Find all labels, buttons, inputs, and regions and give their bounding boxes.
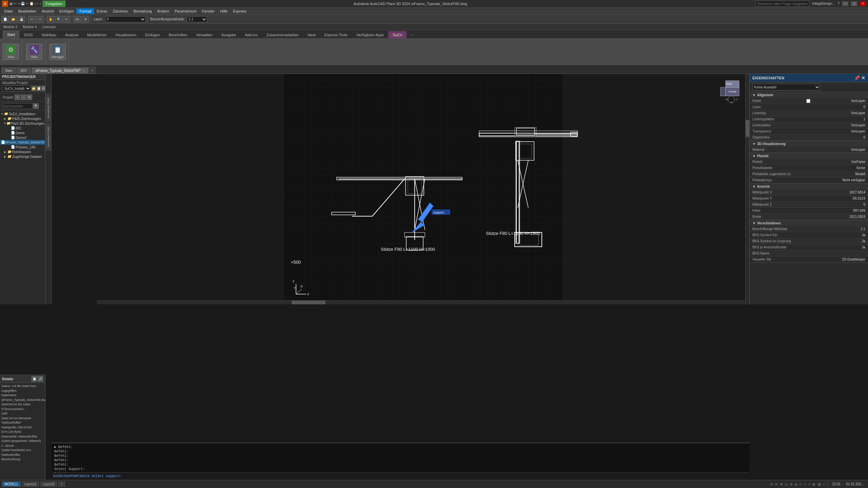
tree-item-pid[interactable]: ▶ 📁 P&ID-Zeichnungen [0, 116, 45, 121]
draw-tab-main[interactable]: siFramo_Typicals_StützeF80* ✕ [32, 67, 88, 74]
rtab-start[interactable]: Start [3, 31, 19, 38]
tb-layer-select[interactable]: 0 [105, 16, 146, 22]
tb-open[interactable]: 📂 [9, 16, 17, 23]
rtab-beschriften[interactable]: Beschriften [164, 31, 192, 38]
status-icon-osnap[interactable]: ⊕ [790, 483, 793, 486]
tb-scale-select[interactable]: 1:1 [187, 16, 207, 22]
status-icon-selection[interactable]: ▦ [818, 483, 821, 486]
pm-search-btn[interactable]: 🔍 [33, 103, 39, 109]
menu-bemasssung[interactable]: Bemaßung [131, 8, 155, 14]
menu-fenster[interactable]: Fenster [199, 8, 217, 14]
menu-hilfe[interactable]: Hilfe [217, 8, 230, 14]
tree-item-zugehoerig[interactable]: ▶ 📁 Zugehörige Dateien [0, 154, 45, 159]
tb-3d[interactable]: 3D [74, 16, 81, 23]
pm-settings-btn[interactable]: ⚙ [42, 86, 45, 91]
tb-redo[interactable]: ↪ [36, 16, 44, 23]
status-icon-polar[interactable]: ◎ [785, 483, 788, 486]
rtab-vault[interactable]: Vault [303, 31, 320, 38]
vscroll-track[interactable] [745, 74, 749, 304]
props-section-ansicht-header[interactable]: ▼ Ansicht [750, 184, 868, 189]
rtab-analyse[interactable]: Analyse [61, 31, 83, 38]
vscroll-thumb[interactable] [746, 120, 749, 137]
menu-extras[interactable]: Extras [94, 8, 110, 14]
pm-copy-btn[interactable]: 📋 [37, 86, 41, 91]
tb-undo[interactable]: ↩ [28, 16, 36, 23]
menu-bearbeiten[interactable]: Bearbeiten [16, 8, 39, 14]
tree-item-001[interactable]: 📄 001 [0, 126, 45, 130]
rtab-sucri[interactable]: SuCri [388, 31, 407, 38]
rtab-express[interactable]: Express Tools [320, 31, 352, 38]
props-section-plotstil-header[interactable]: ▼ Plotstil [750, 153, 868, 159]
pm-project-select[interactable]: SuCri_Installation [2, 85, 31, 92]
status-icon-ortho[interactable]: ⊠ [780, 483, 783, 486]
tb-new[interactable]: 📄 [1, 16, 9, 23]
status-icon-grid[interactable]: ⊞ [770, 483, 773, 486]
status-model-btn[interactable]: MODELL [2, 482, 21, 487]
status-add-layout-btn[interactable]: + [58, 482, 65, 487]
tree-item-root[interactable]: ▼ 📁 SuCri_Installation [0, 111, 45, 116]
tree-item-demo[interactable]: 📄 Demo [0, 130, 45, 135]
tree-item-siframo[interactable]: 📄 siFramo_Typicals_StützeF80 [0, 140, 45, 145]
tab-add-btn[interactable]: + [89, 67, 96, 74]
tree-item-rohrklassen[interactable]: ▶ 📁 Rohrklassen [0, 149, 45, 154]
tree-item-plant[interactable]: ▼ 📁 Plant 3D-Zeichnungen [0, 121, 45, 126]
pm-collapse-btn[interactable]: − [21, 95, 26, 100]
rtab-apps[interactable]: Verfügbare Apps [352, 31, 388, 38]
menu-datei[interactable]: Datei [1, 8, 16, 14]
maximize-btn[interactable]: □ [851, 1, 857, 6]
details-btn1[interactable]: 📋 [32, 376, 37, 382]
status-layout2-btn[interactable]: Layout2 [40, 482, 57, 487]
tb-zoom[interactable]: 🔍 [55, 16, 62, 23]
tab-close-btn[interactable]: ✕ [82, 69, 85, 73]
props-section-verschiedenes-header[interactable]: ▼ Verschiedenes [750, 220, 868, 226]
status-layout1-btn[interactable]: Layout1 [22, 482, 39, 487]
status-icon-otrack[interactable]: ∞ [800, 483, 802, 486]
freigeben-btn[interactable]: Freigeben [43, 1, 66, 7]
rtab-verwalten[interactable]: Verwalten [192, 31, 217, 38]
menu-aendern[interactable]: Ändern [155, 8, 172, 14]
draw-tab-start[interactable]: Start [1, 67, 16, 74]
ribbon-btn-sikla[interactable]: ⚙ Sikla [3, 44, 19, 60]
rtab-ausgabe[interactable]: Ausgabe [217, 31, 240, 38]
menu-einfuegen[interactable]: Einfügen [57, 8, 77, 14]
command-input-field[interactable] [122, 474, 748, 479]
pm-refresh-btn[interactable]: ↻ [27, 95, 32, 100]
menu-parametrisch[interactable]: Parametrisch [172, 8, 199, 14]
status-icon-snap[interactable]: ⊟ [775, 483, 778, 486]
rtab-addins[interactable]: Add-ins [240, 31, 262, 38]
ribbon-btn-manager[interactable]: 📋 Manager [50, 44, 66, 60]
rtab-zusammenarbeiten[interactable]: Zusammenarbeiten [262, 31, 303, 38]
draw-tab-001[interactable]: 001* [17, 67, 31, 74]
menu-ansicht[interactable]: Ansicht [39, 8, 57, 14]
pm-expand-btn[interactable]: + [15, 95, 20, 100]
tree-item-demo2[interactable]: 📄 Demo2 [0, 135, 45, 140]
props-close-btn[interactable]: ✕ [861, 75, 865, 81]
vert-tab-normatisch[interactable]: Normatisch DWG [46, 123, 51, 150]
rtab-modellieren[interactable]: Modellieren [83, 31, 111, 38]
pm-folder-btn[interactable]: 📁 [32, 86, 36, 91]
vert-tab-isometrisch[interactable]: Isometrisch DWG [46, 94, 51, 122]
global-search[interactable] [755, 1, 809, 7]
status-icon-3dosnap[interactable]: ◈ [795, 483, 797, 486]
ribbon-btn-sikla2[interactable]: 🔧 Sikla [26, 44, 42, 60]
licences[interactable]: Licences [41, 25, 57, 29]
tb-zoom-prev[interactable]: ⇤ [63, 16, 71, 23]
details-btn2[interactable]: 🔗 [38, 376, 43, 382]
module2[interactable]: Module 2 [2, 25, 19, 29]
pm-search-input[interactable] [2, 103, 33, 109]
tb-save[interactable]: 💾 [18, 16, 25, 23]
module4[interactable]: Module 4 [21, 25, 38, 29]
status-icon-dynin[interactable]: ↗ [804, 483, 807, 486]
rtab-stahlbau[interactable]: Stahlbau [37, 31, 61, 38]
props-section-3d-header[interactable]: ▼ 3D-Visualisierung [750, 141, 868, 147]
hscroll-track[interactable] [97, 300, 745, 304]
minimize-btn[interactable]: ─ [842, 1, 848, 6]
rtab-visualisieren[interactable]: Visualisieren [111, 31, 141, 38]
help-icon[interactable]: ? [837, 2, 840, 5]
menu-format[interactable]: Format [77, 8, 94, 14]
tree-item-pictures[interactable]: 📄 Pictures_140 [0, 145, 45, 149]
rtab-einfuegen[interactable]: Einfügen [141, 31, 164, 38]
close-btn[interactable]: ✕ [860, 1, 866, 6]
props-section-allgemein-header[interactable]: ▼ Allgemein [750, 92, 868, 98]
status-icon-annotation[interactable]: A [823, 483, 825, 486]
